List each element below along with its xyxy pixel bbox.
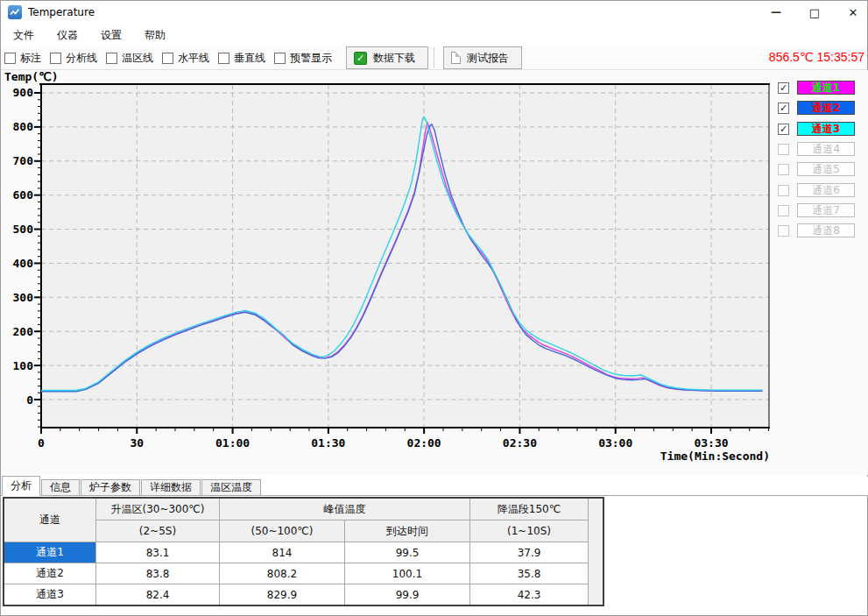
table-header-row: 通道 升温区(30~300℃) 峰值温度 降温段150℃ [4,498,603,520]
toolbar-checkbox-zone-line[interactable]: 温区线 [106,51,153,66]
legend-row-channel-3: ✓通道3 [778,121,855,137]
table-row-channel-3: 通道382.4829.999.942.3 [4,584,603,606]
channel-8-checkbox[interactable] [778,225,789,237]
tab-分析[interactable]: 分析 [2,476,40,496]
svg-text:0: 0 [26,393,33,407]
channel-3-color-button[interactable]: 通道3 [797,122,855,136]
svg-text:02:30: 02:30 [503,436,537,450]
horizontal-line-label: 水平线 [178,51,209,66]
zone-line-label: 温区线 [122,51,153,66]
channel-7-checkbox[interactable] [778,205,789,216]
close-button[interactable]: ✕ [838,1,868,24]
row-2-value-2: 808.2 [220,563,345,584]
tab-详细数据[interactable]: 详细数据 [141,479,201,495]
analysis-table: 通道 升温区(30~300℃) 峰值温度 降温段150℃ (2~5S) (50~… [3,497,604,606]
legend-row-channel-4: 通道4 [778,141,855,157]
toolbar-checkbox-annotation[interactable]: 标注 [4,51,41,66]
svg-text:100: 100 [13,359,34,372]
header-rise: 升温区(30~300℃) [96,498,220,520]
channel-1-checkbox[interactable]: ✓ [778,82,789,94]
channel-5-color-button[interactable]: 通道5 [797,162,855,176]
channel-6-checkbox[interactable] [778,185,789,196]
row-channel-label-3[interactable]: 通道3 [4,584,96,606]
window-title: Temperature [28,6,95,18]
header-peak-sub1: (50~100℃) [220,520,345,542]
app-icon [8,5,22,19]
toolbar-checkbox-analysis-line[interactable]: 分析线 [50,51,97,66]
svg-text:02:00: 02:00 [407,436,441,450]
row-channel-label-2[interactable]: 通道2 [4,563,96,584]
warning-display-checkbox[interactable] [274,53,286,64]
toolbar-checkbox-vertical-line[interactable]: 垂直线 [218,51,265,66]
menu-instrument[interactable]: 仪器 [55,26,80,45]
channel-6-color-button[interactable]: 通道6 [797,183,855,197]
header-peak: 峰值温度 [220,498,470,520]
legend-row-channel-5: 通道5 [778,161,855,177]
svg-text:900: 900 [13,86,34,99]
legend-row-channel-7: 通道7 [778,202,855,218]
toolbar-checkbox-warning-display[interactable]: 预警显示 [274,51,332,66]
legend-row-channel-8: 通道8 [778,223,855,238]
channel-2-color-button[interactable]: 通道2 [797,101,855,115]
legend-row-channel-6: 通道6 [778,182,855,198]
table-row-channel-2: 通道283.8808.2100.135.8 [4,563,603,584]
row-2-value-4: 35.8 [470,563,589,584]
x-axis-title: Time(Min:Second) [660,450,770,463]
row-1-value-2: 814 [220,542,345,563]
annotation-checkbox[interactable] [4,53,16,64]
vertical-line-label: 垂直线 [234,51,265,66]
table-filler-column [589,498,604,605]
svg-text:01:30: 01:30 [311,436,345,450]
channel-8-color-button[interactable]: 通道8 [797,223,855,237]
menu-help[interactable]: 帮助 [143,26,167,45]
channel-5-checkbox[interactable] [778,164,789,175]
zone-line-checkbox[interactable] [106,53,117,64]
maximize-button[interactable]: □ [800,1,829,24]
channel-2-checkbox[interactable]: ✓ [778,103,789,114]
download-check-icon: ✓ [354,52,367,65]
vertical-line-checkbox[interactable] [218,53,229,64]
channel-4-color-button[interactable]: 通道4 [797,142,855,156]
report-document-icon [451,52,461,64]
svg-text:03:30: 03:30 [694,436,728,450]
channel-1-color-button[interactable]: 通道1 [797,81,855,95]
channel-4-checkbox[interactable] [778,144,789,155]
toolbar-checkbox-horizontal-line[interactable]: 水平线 [162,51,209,66]
annotation-label: 标注 [20,51,41,66]
tab-温区温度[interactable]: 温区温度 [201,479,261,495]
title-bar: Temperature — □ ✕ [1,1,867,24]
chart-canvas[interactable]: 010020030040050060070080090003001:0001:3… [1,70,868,475]
svg-text:03:00: 03:00 [598,436,632,450]
channel-7-color-button[interactable]: 通道7 [797,203,855,217]
y-axis-title: Temp(℃) [4,70,59,83]
bottom-tab-bar: 分析信息炉子参数详细数据温区温度 [1,477,868,496]
row-3-value-1: 82.4 [96,584,220,606]
header-peak-sub2: 到达时间 [345,520,470,542]
tab-炉子参数[interactable]: 炉子参数 [81,479,140,495]
menu-file[interactable]: 文件 [11,26,36,45]
minimize-button[interactable]: — [761,1,791,24]
svg-text:0: 0 [38,436,45,450]
header-channel: 通道 [4,498,96,542]
svg-text:200: 200 [13,325,34,338]
data-download-label: 数据下载 [373,51,415,66]
horizontal-line-checkbox[interactable] [162,53,173,64]
data-download-button[interactable]: ✓ 数据下载 [346,46,428,69]
analysis-table-wrap: 通道 升温区(30~300℃) 峰值温度 降温段150℃ (2~5S) (50~… [3,497,604,606]
row-1-value-3: 99.5 [345,542,470,563]
row-1-value-4: 37.9 [470,542,589,563]
menu-settings[interactable]: 设置 [99,26,123,45]
svg-text:300: 300 [13,291,34,304]
row-channel-label-1[interactable]: 通道1 [4,542,96,563]
analysis-line-checkbox[interactable] [50,53,61,64]
tab-信息[interactable]: 信息 [41,479,80,495]
svg-text:01:00: 01:00 [215,436,250,450]
warning-display-label: 预警显示 [290,51,332,66]
channel-3-checkbox[interactable]: ✓ [778,124,789,135]
row-3-value-2: 829.9 [220,584,345,606]
header-rise-sub: (2~5S) [96,520,220,542]
legend-row-channel-2: ✓通道2 [778,100,855,116]
row-3-value-4: 42.3 [470,584,589,606]
test-report-button[interactable]: 测试报告 [443,46,522,69]
header-cool-sub: (1~10S) [470,520,589,542]
